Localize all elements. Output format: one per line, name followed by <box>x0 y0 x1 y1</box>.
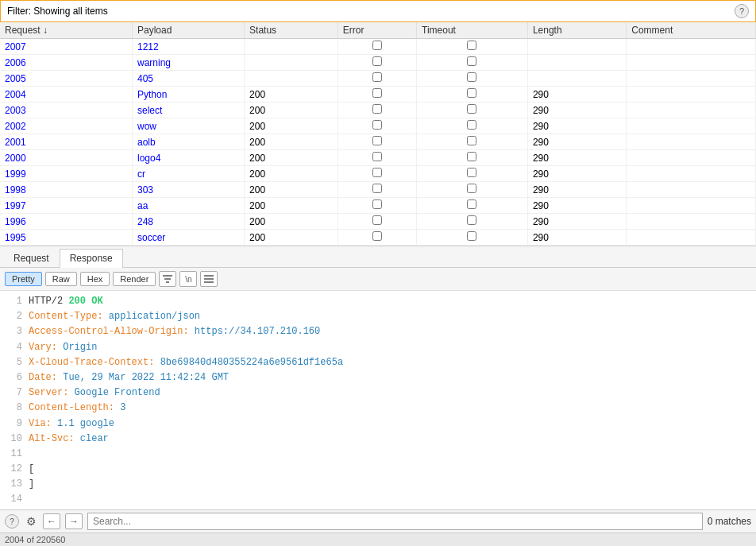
cell-timeout[interactable] <box>417 71 528 87</box>
line-number: 14 <box>6 492 22 507</box>
tab-response[interactable]: Response <box>60 249 123 268</box>
cell-timeout[interactable] <box>417 182 528 198</box>
cell-request[interactable]: 2001 <box>0 134 132 150</box>
cell-timeout[interactable] <box>417 39 528 55</box>
cell-timeout[interactable] <box>417 87 528 103</box>
cell-error[interactable] <box>338 87 416 103</box>
cell-request[interactable]: 2004 <box>0 87 132 103</box>
table-row[interactable]: 2004Python200290 <box>0 87 756 103</box>
cell-error[interactable] <box>338 198 416 214</box>
cell-status: 200 <box>245 103 338 118</box>
newline-icon-btn[interactable]: \n <box>179 271 197 287</box>
gear-button[interactable]: ⚙ <box>24 514 38 529</box>
cell-timeout[interactable] <box>417 55 528 71</box>
cell-payload[interactable]: logo4 <box>132 150 244 166</box>
cell-error[interactable] <box>338 103 416 118</box>
search-input[interactable] <box>87 513 703 530</box>
cell-payload[interactable]: 405 <box>132 71 244 87</box>
col-error[interactable]: Error <box>338 22 416 39</box>
cell-error[interactable] <box>338 150 416 166</box>
btn-raw[interactable]: Raw <box>45 272 77 286</box>
cell-timeout[interactable] <box>417 166 528 182</box>
cell-payload[interactable]: 303 <box>132 182 244 198</box>
cell-request[interactable]: 1999 <box>0 166 132 182</box>
cell-error[interactable] <box>338 118 416 134</box>
col-status[interactable]: Status <box>245 22 338 39</box>
cell-timeout[interactable] <box>417 118 528 134</box>
cell-error[interactable] <box>338 230 416 246</box>
col-payload[interactable]: Payload <box>132 22 244 39</box>
col-comment[interactable]: Comment <box>627 22 756 39</box>
cell-comment <box>627 55 756 71</box>
col-length[interactable]: Length <box>527 22 626 39</box>
cell-payload[interactable]: 248 <box>132 214 244 230</box>
cell-timeout[interactable] <box>417 150 528 166</box>
table-row[interactable]: 2003select200290 <box>0 103 756 118</box>
cell-request[interactable]: 2000 <box>0 150 132 166</box>
table-row[interactable]: 20071212 <box>0 39 756 55</box>
cell-error[interactable] <box>338 39 416 55</box>
cell-payload[interactable]: 1212 <box>132 39 244 55</box>
cell-payload[interactable]: wow <box>132 118 244 134</box>
table-row[interactable]: 2006warning <box>0 55 756 71</box>
cell-error[interactable] <box>338 71 416 87</box>
cell-request[interactable]: 2007 <box>0 39 132 55</box>
table-row[interactable]: 1997aa200290 <box>0 198 756 214</box>
table-row[interactable]: 2000logo4200290 <box>0 150 756 166</box>
cell-payload[interactable]: select <box>132 103 244 118</box>
table-row[interactable]: 1998303200290 <box>0 182 756 198</box>
cell-error[interactable] <box>338 134 416 150</box>
table-row[interactable]: 1996248200290 <box>0 214 756 230</box>
cell-payload[interactable]: aa <box>132 198 244 214</box>
cell-request[interactable]: 1998 <box>0 182 132 198</box>
filter-help-button[interactable]: ? <box>735 4 749 18</box>
cell-payload[interactable]: cr <box>132 166 244 182</box>
btn-pretty[interactable]: Pretty <box>5 272 42 286</box>
cell-timeout[interactable] <box>417 134 528 150</box>
cell-timeout[interactable] <box>417 103 528 118</box>
cell-error[interactable] <box>338 214 416 230</box>
cell-timeout[interactable] <box>417 214 528 230</box>
menu-icon <box>204 275 214 283</box>
table-row[interactable]: 2005405 <box>0 71 756 87</box>
table-row[interactable]: 2001aolb200290 <box>0 134 756 150</box>
cell-error[interactable] <box>338 55 416 71</box>
forward-button[interactable]: → <box>65 513 83 529</box>
line-content: Alt-Svc: clear <box>29 432 109 447</box>
btn-hex[interactable]: Hex <box>80 272 110 286</box>
cell-request[interactable]: 1995 <box>0 230 132 246</box>
col-request[interactable]: Request ↓ <box>0 22 132 39</box>
cell-payload[interactable]: Python <box>132 87 244 103</box>
line-content: X-Cloud-Trace-Context: 8be69840d48035522… <box>29 355 343 370</box>
cell-error[interactable] <box>338 166 416 182</box>
cell-request[interactable]: 1996 <box>0 214 132 230</box>
btn-render[interactable]: Render <box>113 272 156 286</box>
filter-icon-btn[interactable] <box>159 271 176 287</box>
tab-request[interactable]: Request <box>3 249 60 267</box>
table-area: Request ↓ Payload Status Error Timeout L… <box>0 22 756 246</box>
line-content: Server: Google Frontend <box>29 385 160 401</box>
line-number: 7 <box>6 385 22 401</box>
response-line: 7Server: Google Frontend <box>6 385 750 401</box>
table-row[interactable]: 1995soccer200290 <box>0 230 756 246</box>
back-button[interactable]: ← <box>43 513 60 529</box>
cell-request[interactable]: 2005 <box>0 71 132 87</box>
cell-timeout[interactable] <box>417 198 528 214</box>
cell-length: 290 <box>527 87 626 103</box>
cell-timeout[interactable] <box>417 230 528 246</box>
cell-request[interactable]: 2006 <box>0 55 132 71</box>
table-header: Request ↓ Payload Status Error Timeout L… <box>0 22 756 39</box>
col-timeout[interactable]: Timeout <box>417 22 528 39</box>
cell-payload[interactable]: warning <box>132 55 244 71</box>
help-icon-button[interactable]: ? <box>5 514 19 529</box>
menu-icon-btn[interactable] <box>200 271 218 287</box>
cell-request[interactable]: 2002 <box>0 118 132 134</box>
cell-request[interactable]: 1997 <box>0 198 132 214</box>
cell-error[interactable] <box>338 182 416 198</box>
table-row[interactable]: 1999cr200290 <box>0 166 756 182</box>
cell-payload[interactable]: soccer <box>132 230 244 246</box>
cell-comment <box>627 230 756 246</box>
cell-request[interactable]: 2003 <box>0 103 132 118</box>
cell-payload[interactable]: aolb <box>132 134 244 150</box>
table-row[interactable]: 2002wow200290 <box>0 118 756 134</box>
